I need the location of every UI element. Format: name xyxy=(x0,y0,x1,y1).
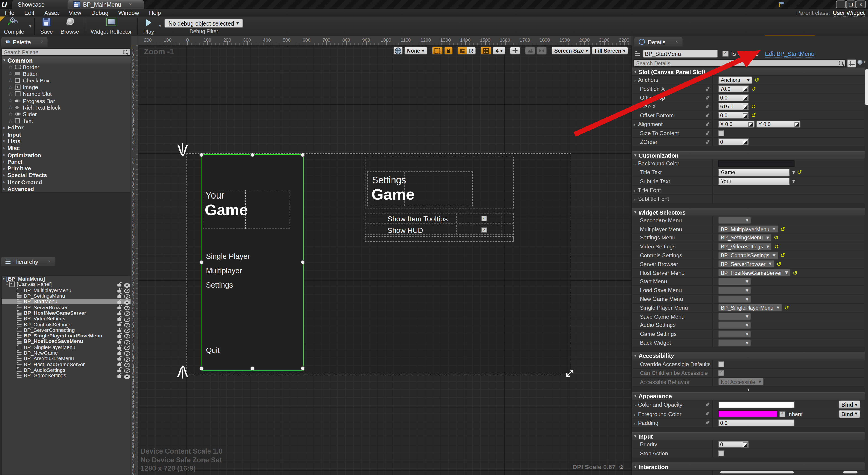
reset-icon[interactable]: ↺ xyxy=(784,305,789,311)
resize-handle[interactable] xyxy=(301,366,305,371)
lock-open-icon[interactable] xyxy=(117,312,121,315)
tab-close-icon[interactable]: × xyxy=(129,2,132,7)
visibility-eye-icon[interactable] xyxy=(124,369,130,373)
palette-category[interactable]: ▹ Editor xyxy=(2,124,131,131)
widget-selector-dropdown[interactable]: BP_SinglePlayerMenu▼ xyxy=(718,304,782,311)
resize-handle[interactable] xyxy=(199,153,204,157)
play-options-caret[interactable]: ▾ xyxy=(159,24,161,29)
color-opacity-bind-button[interactable]: Bind▼ xyxy=(839,401,860,409)
widget-selector-dropdown[interactable]: BP_SettingsMenu▼ xyxy=(718,234,772,242)
settings-option-row[interactable]: Show Item Tooltips ✓ xyxy=(365,213,514,224)
accessible-behavior-dropdown[interactable]: Not Accessible▼ xyxy=(718,378,764,386)
widget-selector-dropdown[interactable]: ▼ xyxy=(718,278,751,285)
checkbox[interactable]: ✓ xyxy=(482,228,487,233)
hierarchy-tab[interactable]: Hierarchy × xyxy=(1,257,55,266)
start-menu-item[interactable]: Single Player xyxy=(206,252,250,261)
details-tab[interactable]: i Details × xyxy=(634,37,683,46)
position-x-input[interactable]: 70.0 xyxy=(718,85,749,92)
visibility-eye-icon[interactable] xyxy=(124,357,130,362)
lock-open-icon[interactable] xyxy=(117,369,121,372)
tree-row-canvas-panel[interactable]: ▾ [Canvas Panel] xyxy=(2,282,131,287)
backround-color-swatch[interactable] xyxy=(718,160,794,167)
close-icon[interactable]: × xyxy=(675,39,678,44)
palette-item[interactable]: ☆ Slider xyxy=(2,111,131,118)
checkbox[interactable]: ✓ xyxy=(482,216,487,221)
resize-handle[interactable] xyxy=(250,366,255,371)
minimize-button[interactable]: — xyxy=(836,0,846,8)
respect-locks-button[interactable]: R xyxy=(457,46,476,55)
details-search[interactable] xyxy=(633,59,846,67)
tutorial-cap-icon[interactable] xyxy=(778,1,785,6)
close-icon[interactable]: × xyxy=(41,39,43,44)
favorite-star-icon[interactable]: ☆ xyxy=(8,118,15,124)
widget-name-input[interactable] xyxy=(643,50,718,57)
close-button[interactable]: × xyxy=(856,0,866,8)
lock-open-icon[interactable] xyxy=(117,352,121,355)
lock-open-icon[interactable] xyxy=(117,364,121,366)
widget-selector-dropdown[interactable]: ▼ xyxy=(718,330,751,338)
palette-item[interactable]: ☆ Border xyxy=(2,64,131,70)
widget-selector-dropdown[interactable]: BP_VideoSettings▼ xyxy=(718,243,772,250)
reset-icon[interactable]: ↺ xyxy=(797,169,802,175)
save-button[interactable]: Save xyxy=(36,16,57,36)
can-children-checkbox[interactable] xyxy=(718,370,724,376)
palette-item[interactable]: ☆ Named Slot xyxy=(2,91,131,97)
widget-selector-dropdown[interactable]: ▼ xyxy=(718,339,751,346)
compile-options-caret[interactable]: ▾ xyxy=(29,24,31,29)
stop-action-checkbox[interactable] xyxy=(718,451,724,457)
override-accessible-checkbox[interactable] xyxy=(718,361,724,367)
visibility-eye-icon[interactable] xyxy=(124,300,130,305)
reset-icon[interactable]: ↺ xyxy=(774,235,779,241)
lock-open-icon[interactable] xyxy=(117,307,121,309)
lock-open-icon[interactable] xyxy=(117,341,121,344)
size-to-content-checkbox[interactable] xyxy=(718,130,724,136)
visibility-eye-icon[interactable] xyxy=(124,340,130,345)
widget-selector-dropdown[interactable]: ▼ xyxy=(718,295,751,303)
horizontal-scrollbar-2[interactable] xyxy=(843,471,858,474)
fill-screen-dropdown[interactable]: Fill Screen ▼ xyxy=(592,46,628,55)
lock-open-icon[interactable] xyxy=(117,346,121,349)
lock-open-icon[interactable] xyxy=(117,301,121,304)
gear-icon[interactable]: ⚙ xyxy=(619,464,624,470)
menu-item[interactable]: View xyxy=(64,9,86,16)
tree-row-widget[interactable]: BP_HostLoadGameServer xyxy=(2,362,131,367)
tree-row-widget[interactable]: BP_HostLoadSaveMenu xyxy=(2,339,131,344)
tab-showcase[interactable]: Showcase xyxy=(12,0,75,9)
resize-handle[interactable] xyxy=(301,153,305,157)
tree-row-widget[interactable]: BP_MultiplayerMenu xyxy=(2,287,131,293)
expand-more-bar[interactable]: ▾ xyxy=(632,387,865,392)
browse-button[interactable]: Browse xyxy=(57,16,83,36)
visibility-eye-icon[interactable] xyxy=(124,323,130,328)
screen-size-dropdown[interactable]: Screen Size ▼ xyxy=(552,46,591,55)
widget-selector-dropdown[interactable]: ▼ xyxy=(718,321,751,329)
widget-selector-dropdown[interactable]: ▼ xyxy=(718,216,751,224)
grid-snap-toggle[interactable] xyxy=(481,46,492,55)
is-variable-checkbox[interactable] xyxy=(722,50,728,57)
show-outlines-toggle[interactable] xyxy=(432,46,442,55)
tree-row-widget[interactable]: BP_SettingsMenu xyxy=(2,293,131,299)
color-opacity-swatch[interactable] xyxy=(718,401,794,408)
lock-open-icon[interactable] xyxy=(117,290,121,292)
visibility-eye-icon[interactable] xyxy=(124,306,130,310)
foreground-bind-button[interactable]: Bind▼ xyxy=(839,410,860,418)
tree-row-widget[interactable]: BP_GameSettings xyxy=(2,373,131,379)
property-matrix-button[interactable] xyxy=(847,59,857,68)
reset-icon[interactable]: ↺ xyxy=(754,77,759,83)
selected-widget-bp-startmenu[interactable]: Your Game Single PlayerMultiplayerSettin… xyxy=(201,154,304,371)
lock-open-icon[interactable] xyxy=(117,358,121,361)
palette-category[interactable]: ▹ User Created xyxy=(2,179,131,185)
favorite-star-icon[interactable]: ☆ xyxy=(8,78,15,83)
palette-category[interactable]: ▹ Primitive xyxy=(2,165,131,172)
preview-background-button[interactable] xyxy=(525,46,535,55)
lock-open-icon[interactable] xyxy=(117,375,121,378)
reset-icon[interactable]: ↺ xyxy=(780,226,785,232)
palette-item[interactable]: ☆ Check Box xyxy=(2,77,131,84)
menu-item[interactable]: File xyxy=(0,9,20,16)
section-customization[interactable]: ▾ Customization xyxy=(632,151,865,160)
alignment-y-input[interactable]: Y 0.0 xyxy=(756,121,800,128)
visibility-eye-icon[interactable] xyxy=(124,289,130,294)
preview-none-dropdown[interactable]: None ▼ xyxy=(404,46,427,55)
palette-category[interactable]: ▹ Lists xyxy=(2,138,131,144)
lock-open-icon[interactable] xyxy=(117,324,121,327)
visibility-eye-icon[interactable] xyxy=(124,346,130,350)
